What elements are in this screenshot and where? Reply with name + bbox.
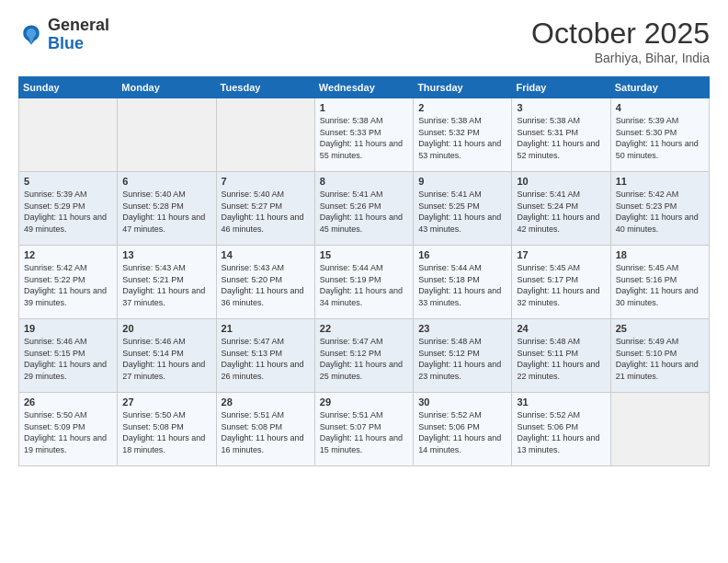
cell-w3-d1: 13Sunrise: 5:43 AMSunset: 5:21 PMDayligh… xyxy=(118,246,216,319)
day-info: Sunrise: 5:47 AMSunset: 5:12 PMDaylight:… xyxy=(320,336,408,382)
day-info: Sunrise: 5:42 AMSunset: 5:23 PMDaylight:… xyxy=(616,189,704,235)
title-block: October 2025 Barhiya, Bihar, India xyxy=(531,17,710,65)
cell-w5-d4: 30Sunrise: 5:52 AMSunset: 5:06 PMDayligh… xyxy=(414,393,512,466)
day-number: 17 xyxy=(517,249,605,260)
day-info: Sunrise: 5:51 AMSunset: 5:08 PMDaylight:… xyxy=(222,409,310,455)
day-number: 31 xyxy=(517,396,605,408)
cell-w5-d1: 27Sunrise: 5:50 AMSunset: 5:08 PMDayligh… xyxy=(118,393,216,466)
day-number: 13 xyxy=(122,249,210,260)
day-number: 29 xyxy=(320,396,408,408)
day-info: Sunrise: 5:38 AMSunset: 5:33 PMDaylight:… xyxy=(320,115,408,161)
col-sunday: Sunday xyxy=(19,77,118,98)
logo-text: General Blue xyxy=(48,17,109,53)
day-info: Sunrise: 5:45 AMSunset: 5:17 PMDaylight:… xyxy=(517,262,605,308)
cell-w4-d0: 19Sunrise: 5:46 AMSunset: 5:15 PMDayligh… xyxy=(19,319,118,393)
day-number: 2 xyxy=(418,102,506,113)
day-number: 25 xyxy=(616,323,704,334)
day-info: Sunrise: 5:50 AMSunset: 5:08 PMDaylight:… xyxy=(122,409,210,455)
day-info: Sunrise: 5:39 AMSunset: 5:30 PMDaylight:… xyxy=(616,115,704,161)
cell-w2-d1: 6Sunrise: 5:40 AMSunset: 5:28 PMDaylight… xyxy=(118,172,216,246)
cell-w3-d6: 18Sunrise: 5:45 AMSunset: 5:16 PMDayligh… xyxy=(610,246,709,319)
cell-w1-d5: 3Sunrise: 5:38 AMSunset: 5:31 PMDaylight… xyxy=(512,98,610,172)
day-number: 18 xyxy=(616,249,704,260)
day-info: Sunrise: 5:46 AMSunset: 5:14 PMDaylight:… xyxy=(122,336,210,382)
cell-w1-d6: 4Sunrise: 5:39 AMSunset: 5:30 PMDaylight… xyxy=(610,98,709,172)
day-number: 22 xyxy=(320,323,408,334)
day-info: Sunrise: 5:51 AMSunset: 5:07 PMDaylight:… xyxy=(320,409,408,455)
logo: General Blue xyxy=(18,17,109,53)
day-info: Sunrise: 5:43 AMSunset: 5:21 PMDaylight:… xyxy=(122,262,210,308)
logo-general: General xyxy=(48,16,109,34)
cell-w2-d5: 10Sunrise: 5:41 AMSunset: 5:24 PMDayligh… xyxy=(512,172,610,246)
day-number: 19 xyxy=(24,323,112,334)
day-number: 20 xyxy=(122,323,210,334)
day-info: Sunrise: 5:52 AMSunset: 5:06 PMDaylight:… xyxy=(517,409,605,455)
col-saturday: Saturday xyxy=(610,77,709,98)
day-info: Sunrise: 5:41 AMSunset: 5:26 PMDaylight:… xyxy=(320,189,408,235)
cell-w3-d4: 16Sunrise: 5:44 AMSunset: 5:18 PMDayligh… xyxy=(414,246,512,319)
day-number: 9 xyxy=(418,176,506,187)
day-number: 23 xyxy=(418,323,506,334)
cell-w3-d0: 12Sunrise: 5:42 AMSunset: 5:22 PMDayligh… xyxy=(19,246,118,319)
col-tuesday: Tuesday xyxy=(216,77,314,98)
cell-w4-d4: 23Sunrise: 5:48 AMSunset: 5:12 PMDayligh… xyxy=(414,319,512,393)
day-info: Sunrise: 5:38 AMSunset: 5:32 PMDaylight:… xyxy=(418,115,506,161)
col-thursday: Thursday xyxy=(414,77,512,98)
col-friday: Friday xyxy=(512,77,610,98)
day-number: 10 xyxy=(517,176,605,187)
col-wednesday: Wednesday xyxy=(314,77,413,98)
cell-w3-d2: 14Sunrise: 5:43 AMSunset: 5:20 PMDayligh… xyxy=(216,246,314,319)
logo-icon xyxy=(18,22,44,48)
cell-w5-d3: 29Sunrise: 5:51 AMSunset: 5:07 PMDayligh… xyxy=(314,393,413,466)
cell-w5-d2: 28Sunrise: 5:51 AMSunset: 5:08 PMDayligh… xyxy=(216,393,314,466)
day-number: 5 xyxy=(24,176,112,187)
day-number: 27 xyxy=(122,396,210,408)
cell-w5-d5: 31Sunrise: 5:52 AMSunset: 5:06 PMDayligh… xyxy=(512,393,610,466)
day-info: Sunrise: 5:46 AMSunset: 5:15 PMDaylight:… xyxy=(24,336,112,382)
cell-w1-d1 xyxy=(118,98,216,172)
day-number: 7 xyxy=(222,176,310,187)
day-info: Sunrise: 5:39 AMSunset: 5:29 PMDaylight:… xyxy=(24,189,112,235)
day-number: 30 xyxy=(418,396,506,408)
day-info: Sunrise: 5:43 AMSunset: 5:20 PMDaylight:… xyxy=(222,262,310,308)
day-number: 16 xyxy=(418,249,506,260)
day-info: Sunrise: 5:47 AMSunset: 5:13 PMDaylight:… xyxy=(222,336,310,382)
day-number: 4 xyxy=(616,102,704,113)
cell-w2-d2: 7Sunrise: 5:40 AMSunset: 5:27 PMDaylight… xyxy=(216,172,314,246)
day-number: 24 xyxy=(517,323,605,334)
cell-w4-d5: 24Sunrise: 5:48 AMSunset: 5:11 PMDayligh… xyxy=(512,319,610,393)
cell-w2-d0: 5Sunrise: 5:39 AMSunset: 5:29 PMDaylight… xyxy=(19,172,118,246)
calendar-table: Sunday Monday Tuesday Wednesday Thursday… xyxy=(18,76,710,466)
week-row-3: 12Sunrise: 5:42 AMSunset: 5:22 PMDayligh… xyxy=(19,246,710,319)
day-info: Sunrise: 5:50 AMSunset: 5:09 PMDaylight:… xyxy=(24,409,112,455)
day-number: 1 xyxy=(320,102,408,113)
day-info: Sunrise: 5:48 AMSunset: 5:11 PMDaylight:… xyxy=(517,336,605,382)
day-number: 12 xyxy=(24,249,112,260)
day-number: 28 xyxy=(222,396,310,408)
day-number: 8 xyxy=(320,176,408,187)
cell-w1-d0 xyxy=(19,98,118,172)
cell-w2-d4: 9Sunrise: 5:41 AMSunset: 5:25 PMDaylight… xyxy=(414,172,512,246)
day-info: Sunrise: 5:52 AMSunset: 5:06 PMDaylight:… xyxy=(418,409,506,455)
cell-w5-d0: 26Sunrise: 5:50 AMSunset: 5:09 PMDayligh… xyxy=(19,393,118,466)
col-monday: Monday xyxy=(118,77,216,98)
day-info: Sunrise: 5:41 AMSunset: 5:24 PMDaylight:… xyxy=(517,189,605,235)
header: General Blue October 2025 Barhiya, Bihar… xyxy=(18,17,710,65)
day-number: 6 xyxy=(122,176,210,187)
day-info: Sunrise: 5:40 AMSunset: 5:27 PMDaylight:… xyxy=(222,189,310,235)
cell-w2-d6: 11Sunrise: 5:42 AMSunset: 5:23 PMDayligh… xyxy=(610,172,709,246)
day-info: Sunrise: 5:45 AMSunset: 5:16 PMDaylight:… xyxy=(616,262,704,308)
day-number: 26 xyxy=(24,396,112,408)
week-row-1: 1Sunrise: 5:38 AMSunset: 5:33 PMDaylight… xyxy=(19,98,710,172)
cell-w4-d6: 25Sunrise: 5:49 AMSunset: 5:10 PMDayligh… xyxy=(610,319,709,393)
day-info: Sunrise: 5:40 AMSunset: 5:28 PMDaylight:… xyxy=(122,189,210,235)
day-number: 3 xyxy=(517,102,605,113)
day-info: Sunrise: 5:38 AMSunset: 5:31 PMDaylight:… xyxy=(517,115,605,161)
day-info: Sunrise: 5:49 AMSunset: 5:10 PMDaylight:… xyxy=(616,336,704,382)
day-info: Sunrise: 5:44 AMSunset: 5:18 PMDaylight:… xyxy=(418,262,506,308)
week-row-2: 5Sunrise: 5:39 AMSunset: 5:29 PMDaylight… xyxy=(19,172,710,246)
week-row-4: 19Sunrise: 5:46 AMSunset: 5:15 PMDayligh… xyxy=(19,319,710,393)
cell-w1-d3: 1Sunrise: 5:38 AMSunset: 5:33 PMDaylight… xyxy=(314,98,413,172)
day-number: 11 xyxy=(616,176,704,187)
day-number: 14 xyxy=(222,249,310,260)
